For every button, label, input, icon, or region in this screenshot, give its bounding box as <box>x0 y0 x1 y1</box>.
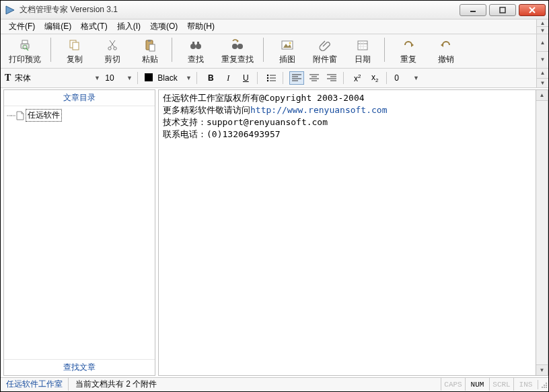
svg-rect-1 <box>500 7 505 13</box>
format-sep <box>196 72 199 84</box>
studio-link[interactable]: 任远软件工作室 <box>1 378 69 391</box>
image-icon <box>280 38 295 52</box>
paste-label: 粘贴 <box>142 54 158 65</box>
paperclip-icon <box>318 38 332 52</box>
svg-point-50 <box>544 387 545 388</box>
content-line: 更多精彩软件敬请访问http://www.renyuansoft.com <box>163 104 532 116</box>
svg-rect-7 <box>73 42 79 50</box>
cut-button[interactable]: 剪切 <box>96 36 129 67</box>
tree-node[interactable]: ┄┄ 任远软件 <box>7 109 152 122</box>
align-left-button[interactable] <box>289 71 304 85</box>
align-center-icon <box>309 73 320 83</box>
paste-button[interactable]: 粘贴 <box>134 36 166 67</box>
maximize-button[interactable] <box>489 4 516 16</box>
resize-grip-icon[interactable] <box>538 380 548 389</box>
svg-point-33 <box>267 77 268 79</box>
app-icon <box>5 5 15 15</box>
scroll-up-icon[interactable]: ▲ <box>536 90 548 101</box>
svg-rect-2 <box>21 44 29 48</box>
redo-button[interactable]: 重复 <box>392 36 425 67</box>
scroll-down-icon[interactable]: ▼ <box>536 364 548 375</box>
undo-button[interactable]: 撤销 <box>430 36 462 67</box>
underline-button[interactable]: U <box>238 71 253 85</box>
menubar-scroll-down[interactable]: ▼ <box>537 27 548 34</box>
date-label: 日期 <box>355 54 371 65</box>
find-again-button[interactable]: 重复查找 <box>217 36 258 67</box>
scroll-track[interactable] <box>536 101 548 364</box>
num-indicator: NUM <box>465 378 489 391</box>
undo-icon <box>439 38 453 52</box>
print-preview-button[interactable]: 打印预览 <box>5 36 45 67</box>
menu-file[interactable]: 文件(F) <box>5 19 39 34</box>
close-button[interactable] <box>519 4 546 16</box>
font-color-value: Black <box>156 73 178 83</box>
svg-rect-12 <box>149 44 155 51</box>
italic-button[interactable]: I <box>221 71 235 85</box>
article-tree[interactable]: ┄┄ 任远软件 <box>4 106 155 359</box>
scissors-icon <box>105 38 120 52</box>
align-left-icon <box>291 73 302 83</box>
format-sep <box>137 72 140 84</box>
subscript-button[interactable]: x2 <box>367 71 382 85</box>
tree-connector-icon: ┄┄ <box>7 111 15 120</box>
svg-point-31 <box>267 75 268 76</box>
menu-options[interactable]: 选项(O) <box>146 19 182 34</box>
svg-marker-19 <box>237 40 239 42</box>
menu-edit[interactable]: 编辑(E) <box>40 19 75 34</box>
superscript-button[interactable]: x2 <box>350 71 365 85</box>
copy-button[interactable]: 复制 <box>59 36 91 67</box>
svg-point-18 <box>237 44 243 49</box>
format-sep <box>257 72 260 84</box>
align-right-button[interactable] <box>324 71 339 85</box>
menu-insert[interactable]: 插入(I) <box>113 19 145 34</box>
toolbar-scroll-up[interactable]: ▲ <box>537 34 548 52</box>
svg-rect-30 <box>145 73 153 81</box>
editor-vscroll[interactable]: ▲ ▼ <box>536 89 548 376</box>
font-size-combo[interactable]: 10 ▼ <box>104 71 133 85</box>
find-button[interactable]: 查找 <box>180 36 212 67</box>
menu-bar-row: 文件(F) 编辑(E) 格式(T) 插入(I) 选项(O) 帮助(H) ▲ ▼ <box>1 19 548 34</box>
indent-combo[interactable]: 0 ▼ <box>393 71 420 85</box>
attachment-pane-button[interactable]: 附件窗 <box>309 36 341 67</box>
bullets-button[interactable] <box>264 71 279 85</box>
toolbar-sep <box>172 38 174 62</box>
svg-point-35 <box>267 80 268 81</box>
font-color-combo[interactable]: Black ▼ <box>156 71 192 85</box>
menu-format[interactable]: 格式(T) <box>77 19 111 34</box>
window-controls <box>457 4 546 16</box>
find-label: 查找 <box>188 54 204 65</box>
ins-indicator: INS <box>513 378 538 391</box>
align-center-button[interactable] <box>307 71 322 85</box>
formatbar-scroll-up[interactable]: ▲ <box>537 69 548 79</box>
toolbar-scroll-down[interactable]: ▼ <box>537 52 548 69</box>
menu-help[interactable]: 帮助(H) <box>183 19 219 34</box>
menubar-scroll-up[interactable]: ▲ <box>537 19 548 27</box>
editor-wrap: 任远软件工作室版权所有@Copyright 2003-2004 更多精彩软件敬请… <box>158 89 548 376</box>
font-size-value: 10 <box>104 73 115 83</box>
svg-point-52 <box>542 387 543 388</box>
font-name-combo[interactable]: 宋体 ▼ <box>13 71 101 85</box>
title-bar: 文档管理专家 Verersion 3.1 <box>1 1 548 19</box>
status-indicators: CAPS NUM SCRL INS <box>441 378 538 391</box>
find-again-label: 重复查找 <box>221 54 254 65</box>
formatbar-scroll-down[interactable]: ▼ <box>537 79 548 88</box>
binoculars-icon <box>188 38 203 52</box>
svg-point-17 <box>232 44 237 49</box>
chevron-down-icon: ▼ <box>93 75 101 81</box>
svg-point-9 <box>114 47 116 50</box>
sidebar: 文章目录 ┄┄ 任远软件 查找文章 <box>3 89 155 376</box>
date-button[interactable]: 日期 <box>346 36 379 67</box>
sidebar-search-link[interactable]: 查找文章 <box>4 359 155 375</box>
insert-image-button[interactable]: 插图 <box>271 36 303 67</box>
chevron-down-icon: ▼ <box>125 75 133 81</box>
toolbar-sep <box>384 38 387 62</box>
scrl-indicator: SCRL <box>489 378 513 391</box>
tree-node-label: 任远软件 <box>26 109 62 122</box>
minimize-button[interactable] <box>460 4 486 16</box>
toolbar-row: 打印预览 复制 剪切 粘贴 查找 重复查找 插图 <box>1 34 548 69</box>
menubar-scroll: ▲ ▼ <box>536 19 548 34</box>
bold-button[interactable]: B <box>203 71 218 85</box>
website-link[interactable]: http://www.renyuansoft.com <box>250 105 388 115</box>
indent-value: 0 <box>393 73 400 83</box>
editor-area[interactable]: 任远软件工作室版权所有@Copyright 2003-2004 更多精彩软件敬请… <box>158 89 536 376</box>
